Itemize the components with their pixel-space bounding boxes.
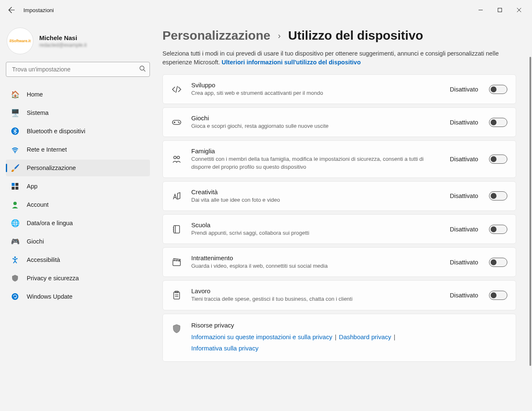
nav-network[interactable]: Rete e Internet	[6, 141, 150, 158]
card-desc: Guarda i video, esplora il web, connetti…	[191, 262, 441, 270]
accessibility-icon	[11, 256, 19, 264]
nav-label: Privacy e sicurezza	[27, 275, 79, 282]
nav-home[interactable]: 🏠Home	[6, 86, 150, 103]
toggle-status: Disattivato	[450, 193, 478, 199]
nav-accessibility[interactable]: Accessibilità	[6, 251, 150, 268]
privacy-info-link[interactable]: Informazioni su queste impostazioni e su…	[191, 333, 332, 340]
close-icon	[517, 8, 521, 12]
chevron-right-icon: ›	[278, 31, 281, 41]
nav-system[interactable]: 🖥️Sistema	[6, 104, 150, 121]
toggle-development[interactable]	[489, 85, 507, 94]
shield-icon	[171, 323, 182, 334]
card-privacy-resources: Risorse privacy Informazioni su queste i…	[162, 314, 516, 362]
svg-rect-5	[15, 183, 18, 186]
svg-rect-17	[173, 261, 180, 266]
toggle-family[interactable]	[489, 155, 507, 164]
gamepad-icon	[171, 117, 182, 128]
svg-rect-16	[174, 226, 180, 233]
clipboard-icon	[171, 290, 182, 301]
svg-point-10	[12, 293, 18, 300]
nav-time[interactable]: 🌐Data/ora e lingua	[6, 215, 150, 231]
back-button[interactable]	[3, 2, 20, 18]
scrollbar-thumb[interactable]	[529, 57, 531, 366]
svg-point-15	[177, 156, 180, 159]
card-development: Sviluppo Crea app, siti web e strumenti …	[162, 74, 516, 104]
close-button[interactable]	[509, 3, 529, 17]
nav-privacy[interactable]: Privacy e sicurezza	[6, 270, 150, 287]
nav-label: Home	[27, 91, 43, 98]
nav-label: Personalizzazione	[27, 165, 76, 171]
toggle-status: Disattivato	[450, 86, 478, 93]
card-entertainment: Intrattenimento Guarda i video, esplora …	[162, 247, 516, 277]
nav-label: Giochi	[27, 238, 44, 245]
svg-point-3	[15, 152, 16, 153]
learn-more-link[interactable]: Ulteriori informazioni sull'utilizzo del…	[222, 59, 361, 66]
code-icon	[171, 84, 182, 95]
toggle-business[interactable]	[489, 291, 507, 300]
card-title: Lavoro	[191, 287, 441, 294]
search-wrap	[6, 62, 150, 77]
svg-rect-0	[498, 8, 502, 12]
toggle-status: Disattivato	[450, 119, 478, 126]
page-title: Utilizzo del dispositivo	[288, 28, 423, 43]
svg-point-13	[179, 122, 180, 123]
card-creativity: Creatività Dai vita alle tue idee con fo…	[162, 181, 516, 211]
nav-accounts[interactable]: Account	[6, 196, 150, 213]
minimize-button[interactable]	[471, 3, 490, 17]
nav-apps[interactable]: App	[6, 178, 150, 195]
svg-point-14	[174, 156, 176, 159]
toggle-creativity[interactable]	[489, 191, 507, 200]
nav-label: Bluetooth e dispositivi	[27, 128, 85, 134]
privacy-statement-link[interactable]: Informativa sulla privacy	[191, 345, 258, 352]
person-icon	[11, 200, 19, 209]
profile-block[interactable]: ilSoftware.it Michele Nasi redacted@exam…	[5, 25, 151, 62]
svg-point-8	[13, 202, 17, 205]
toggle-gaming[interactable]	[489, 118, 507, 127]
pen-ruler-icon	[171, 190, 182, 201]
svg-point-12	[178, 122, 179, 122]
nav-personalization[interactable]: 🖌️Personalizzazione	[6, 160, 150, 176]
card-title: Famiglia	[191, 147, 441, 155]
gamepad-icon: 🎮	[11, 237, 19, 246]
svg-rect-6	[12, 187, 15, 190]
family-icon	[171, 154, 182, 165]
privacy-dashboard-link[interactable]: Dashboard privacy	[339, 333, 391, 340]
brush-icon: 🖌️	[11, 164, 19, 172]
svg-rect-7	[15, 187, 18, 190]
shield-icon	[11, 274, 19, 282]
nav-label: Accessibilità	[27, 256, 60, 263]
toggle-school[interactable]	[489, 225, 507, 234]
nav-gaming[interactable]: 🎮Giochi	[6, 233, 150, 250]
nav-bluetooth[interactable]: Bluetooth e dispositivi	[6, 123, 150, 140]
search-input[interactable]	[6, 62, 150, 77]
card-desc: Connettiti con i membri della tua famigl…	[191, 155, 441, 170]
svg-rect-4	[12, 183, 15, 186]
card-title: Scuola	[191, 221, 441, 228]
card-desc: Crea app, siti web e strumenti accattiva…	[191, 89, 441, 97]
avatar: ilSoftware.it	[7, 28, 33, 54]
nav-label: Windows Update	[27, 293, 73, 300]
wifi-icon	[11, 145, 19, 154]
toggle-entertainment[interactable]	[489, 258, 507, 267]
card-title: Sviluppo	[191, 81, 441, 89]
apps-icon	[11, 182, 19, 190]
system-icon: 🖥️	[11, 109, 19, 117]
minimize-icon	[479, 8, 483, 12]
card-gaming: Giochi Gioca e scopri giochi, resta aggi…	[162, 107, 516, 137]
card-title: Creatività	[191, 188, 441, 195]
card-desc: Gioca e scopri giochi, resta aggiornato …	[191, 122, 441, 130]
sidebar: ilSoftware.it Michele Nasi redacted@exam…	[0, 20, 152, 411]
nav-label: Sistema	[27, 109, 48, 116]
maximize-button[interactable]	[490, 3, 509, 17]
window-title: Impostazioni	[23, 7, 54, 13]
nav-label: Rete e Internet	[27, 146, 67, 153]
bluetooth-icon	[11, 127, 19, 135]
nav-label: Account	[27, 201, 48, 208]
card-desc: Dai vita alle tue idee con foto e video	[191, 196, 441, 204]
toggle-status: Disattivato	[450, 226, 478, 233]
intro-text: Seleziona tutti i modi in cui prevedi di…	[162, 49, 516, 67]
nav-update[interactable]: Windows Update	[6, 288, 150, 305]
scrollbar[interactable]	[529, 20, 531, 410]
nav: 🏠Home 🖥️Sistema Bluetooth e dispositivi …	[5, 84, 151, 307]
breadcrumb-parent[interactable]: Personalizzazione	[162, 28, 270, 43]
